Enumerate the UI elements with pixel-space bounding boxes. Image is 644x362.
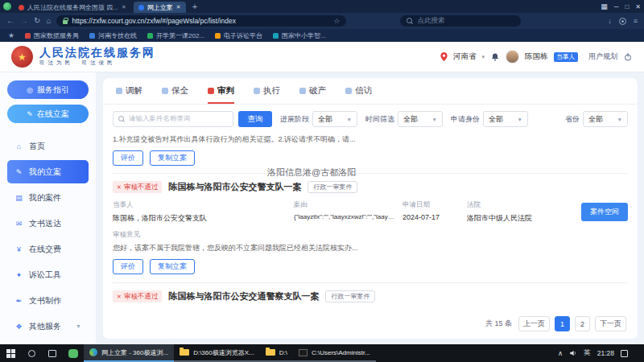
copy-filing-button[interactable]: 复制立案 [150, 259, 195, 274]
trial-icon [208, 88, 214, 94]
input-method-indicator[interactable]: 英 [584, 348, 591, 358]
tab-title: 网上立案 [147, 3, 173, 12]
sidebar-item-other-services[interactable]: ❖ 其他服务 ▼ [7, 315, 89, 338]
apps-grid-icon[interactable]: ▦ [601, 2, 608, 10]
tab-petition[interactable]: 信访 [345, 85, 372, 104]
bookmark-item[interactable]: 国家数据服务局 [25, 31, 79, 40]
query-button[interactable]: 查询 [238, 111, 272, 127]
notification-bell-icon[interactable] [490, 52, 500, 62]
case-space-button[interactable]: 案件空间 [581, 203, 628, 221]
download-icon[interactable]: ↓ [608, 17, 612, 25]
bookmark-favicon-icon [215, 33, 221, 39]
task-view-icon[interactable] [42, 344, 63, 362]
progress-stage-select[interactable]: 全部 ▼ [312, 111, 357, 127]
select-value: 全部 [588, 114, 603, 125]
bookmark-item[interactable]: 国家中小学智... [273, 31, 326, 40]
filing-doc-icon: ✎ [14, 168, 23, 176]
logout-power-icon[interactable] [623, 52, 633, 62]
province-select[interactable]: 全部 ▼ [583, 111, 628, 127]
tab-bankruptcy[interactable]: 破产 [299, 85, 326, 104]
browser-tab-online-filing[interactable]: 网上立案 ✕ [134, 2, 186, 13]
sidebar-button-service-guide[interactable]: ◎ 服务指引 [7, 80, 89, 99]
user-avatar[interactable] [506, 50, 519, 64]
start-button[interactable] [0, 344, 21, 362]
sidebar-item-document-delivery[interactable]: ✉ 文书送达 [7, 212, 89, 235]
sidebar-item-litigation-tools[interactable]: ✦ 诉讼工具 [7, 263, 89, 286]
page-1-button[interactable]: 1 [555, 316, 570, 331]
user-menu-link[interactable]: 用户规划 [588, 51, 617, 62]
pinned-chat-app-icon[interactable] [63, 344, 84, 362]
account-icon[interactable] [619, 18, 626, 25]
tab-enforcement[interactable]: 执行 [254, 85, 280, 104]
home-icon[interactable]: ⌂ [46, 17, 51, 25]
taskbar-search-icon[interactable] [21, 344, 42, 362]
taskbar-item-folder-browser-dir[interactable]: D:\360极速浏览器X... [174, 344, 260, 362]
forward-icon[interactable]: → [20, 17, 28, 25]
refresh-icon[interactable]: ↻ [34, 17, 40, 25]
action-center-icon[interactable] [621, 350, 628, 357]
chevron-down-icon: ▼ [76, 323, 81, 329]
sidebar-item-home[interactable]: ⌂ 首页 [7, 134, 89, 158]
sidebar-button-online-filing[interactable]: ✎ 在线立案 [7, 105, 89, 123]
tab-mediation[interactable]: 调解 [116, 85, 142, 104]
back-icon[interactable]: ← [6, 17, 14, 25]
tab-title: 人民法院在线服务网全国版 四... [27, 3, 118, 12]
sidebar-item-online-payment[interactable]: ¥ 在线交费 [7, 237, 89, 261]
filter-bar: 请输入案件名称查询 查询 进展阶段 全部 ▼ 时间筛选 全部 [103, 105, 638, 134]
tray-expand-icon[interactable]: ∧ [558, 349, 563, 357]
time-range-select[interactable]: 全部 ▼ [398, 111, 443, 127]
maximize-button[interactable]: □ [625, 3, 629, 10]
page-2-button[interactable]: 2 [575, 316, 590, 331]
copy-filing-button[interactable]: 复制立案 [150, 150, 195, 166]
menu-icon[interactable]: ≡ [634, 17, 638, 25]
url-field[interactable]: https://zxfw.court.gov.cn/zxfw/#/pageWsl… [56, 15, 346, 27]
minimize-button[interactable]: ─ [614, 3, 619, 10]
pagination: 共 15 条 上一页 1 2 下一页 [103, 311, 638, 339]
browser-tab-court-national[interactable]: 人民法院在线服务网全国版 四... ✕ [14, 2, 131, 13]
browser-search-box[interactable]: 点此搜索 [400, 15, 521, 27]
favorite-star-icon[interactable]: ☆ [333, 17, 340, 25]
new-tab-button[interactable]: + [188, 2, 201, 11]
bookmark-favicon-icon [89, 33, 95, 39]
evaluate-button[interactable]: 评价 [113, 150, 143, 166]
window-controls: ▦ ─ □ ✕ [601, 2, 641, 10]
bookmarks-star-icon[interactable]: ★ [8, 31, 14, 39]
taskbar-item-console[interactable]: C:\Users\Administr... [293, 344, 376, 362]
sidebar-item-document-maker[interactable]: ✒ 文书制作 [7, 289, 89, 312]
case-search-input[interactable]: 请输入案件名称查询 [113, 111, 233, 127]
field-court: 法院 洛阳市中级人民法院 [467, 200, 572, 224]
taskbar-item-browser[interactable]: 网上立案 - 360极速浏... [84, 344, 174, 362]
bookmark-item[interactable]: 河南专技在线 [89, 31, 137, 40]
desktop-screen: 人民法院在线服务网全国版 四... ✕ 网上立案 ✕ + ▦ ─ □ ✕ ← →… [0, 0, 644, 362]
select-value: 全部 [489, 114, 503, 125]
applicant-role-select[interactable]: 全部 ▼ [483, 111, 528, 127]
browser-logo-icon[interactable] [3, 2, 11, 10]
taskbar-item-folder-d-drive[interactable]: D:\ [260, 344, 293, 362]
next-page-button[interactable]: 下一页 [595, 316, 626, 331]
tab-label: 信访 [355, 85, 372, 97]
system-tray: ∧ 英 21:28 [551, 344, 644, 362]
sidebar-item-my-filings[interactable]: ✎ 我的立案 [7, 160, 89, 183]
sidebar-item-my-cases[interactable]: ▤ 我的案件 [7, 186, 89, 209]
site-header: ★ 人民法院在线服务网 司法为民 司法便民 河南省 ▾ 陈国栋 当事人 用户规划 [0, 42, 644, 72]
bookmark-item[interactable]: 电子诉讼平台 [215, 31, 262, 40]
close-button[interactable]: ✕ [635, 3, 641, 10]
case-actions: 评价 复制立案 [113, 150, 628, 166]
guide-icon: ◎ [27, 86, 33, 94]
tab-close-icon[interactable]: ✕ [122, 4, 126, 10]
home-icon: ⌂ [14, 142, 23, 150]
bookmark-item[interactable]: 开学第一课202... [147, 31, 204, 40]
tab-close-icon[interactable]: ✕ [176, 4, 181, 10]
evaluate-button[interactable]: 评价 [113, 259, 143, 274]
main-content: 调解 保全 审判 执行 破产 信访 请输入案件名称查询 查询 进展阶段 [97, 72, 644, 344]
region-selector[interactable]: 河南省 [453, 51, 477, 62]
case-actions: 评价 复制立案 [113, 259, 628, 274]
taskbar-clock[interactable]: 21:28 [597, 349, 614, 357]
tab-preservation[interactable]: 保全 [162, 85, 188, 104]
tab-trial[interactable]: 审判 [208, 85, 234, 104]
status-text: 审核不通过 [124, 292, 159, 302]
volume-icon[interactable] [569, 349, 577, 357]
field-cause: 案由 {"laayztlx":"","laayxzxwzl":"","laaym… [294, 200, 402, 220]
bookmark-label: 国家中小学智... [282, 31, 326, 40]
prev-page-button[interactable]: 上一页 [518, 316, 550, 331]
